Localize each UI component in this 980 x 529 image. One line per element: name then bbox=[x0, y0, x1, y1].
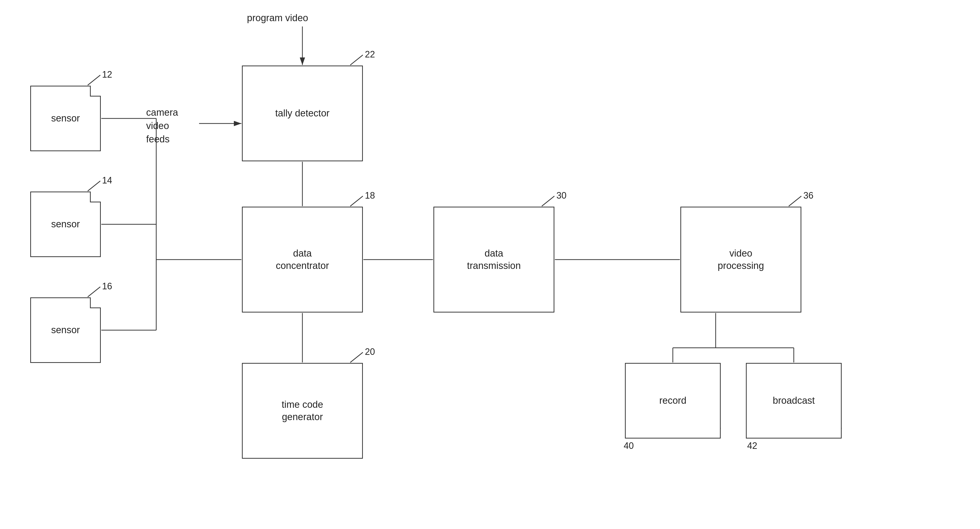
sensor3-label: sensor bbox=[51, 324, 80, 336]
sensor3-box: sensor bbox=[30, 297, 101, 363]
ref-20: 20 bbox=[365, 347, 375, 357]
data-concentrator-box: dataconcentrator bbox=[242, 207, 363, 312]
tally-detector-label: tally detector bbox=[275, 107, 329, 120]
svg-line-18 bbox=[542, 196, 554, 206]
broadcast-label: broadcast bbox=[773, 394, 815, 407]
ref-42: 42 bbox=[747, 441, 757, 451]
ref-36: 36 bbox=[803, 190, 813, 201]
ref-14: 14 bbox=[102, 175, 112, 186]
diagram: tally detector dataconcentrator time cod… bbox=[0, 0, 980, 529]
ref-12: 12 bbox=[102, 69, 112, 80]
sensor2-label: sensor bbox=[51, 218, 80, 230]
record-label: record bbox=[659, 394, 686, 407]
broadcast-box: broadcast bbox=[746, 363, 842, 438]
video-processing-label: videoprocessing bbox=[718, 247, 764, 272]
data-transmission-box: datatransmission bbox=[433, 207, 554, 312]
tally-detector-box: tally detector bbox=[242, 65, 363, 161]
sensor1-label: sensor bbox=[51, 112, 80, 124]
ref-16: 16 bbox=[102, 281, 112, 292]
svg-line-24 bbox=[88, 287, 100, 297]
program-video-label: program video bbox=[247, 13, 308, 24]
data-concentrator-label: dataconcentrator bbox=[276, 247, 329, 272]
time-code-generator-label: time codegenerator bbox=[282, 398, 323, 424]
ref-18: 18 bbox=[365, 190, 375, 201]
video-processing-box: videoprocessing bbox=[680, 207, 801, 312]
camera-video-feeds-label: cameravideofeeds bbox=[146, 106, 178, 146]
svg-line-16 bbox=[350, 196, 363, 206]
time-code-generator-box: time codegenerator bbox=[242, 363, 363, 459]
svg-line-22 bbox=[88, 75, 100, 85]
record-box: record bbox=[625, 363, 721, 438]
svg-line-15 bbox=[350, 55, 363, 65]
ref-40: 40 bbox=[624, 441, 634, 451]
svg-line-23 bbox=[88, 181, 100, 191]
sensor2-box: sensor bbox=[30, 191, 101, 257]
ref-22: 22 bbox=[365, 49, 375, 60]
svg-line-19 bbox=[789, 196, 801, 206]
ref-30: 30 bbox=[557, 190, 566, 201]
sensor1-box: sensor bbox=[30, 86, 101, 151]
svg-line-17 bbox=[350, 352, 363, 362]
data-transmission-label: datatransmission bbox=[467, 247, 520, 272]
